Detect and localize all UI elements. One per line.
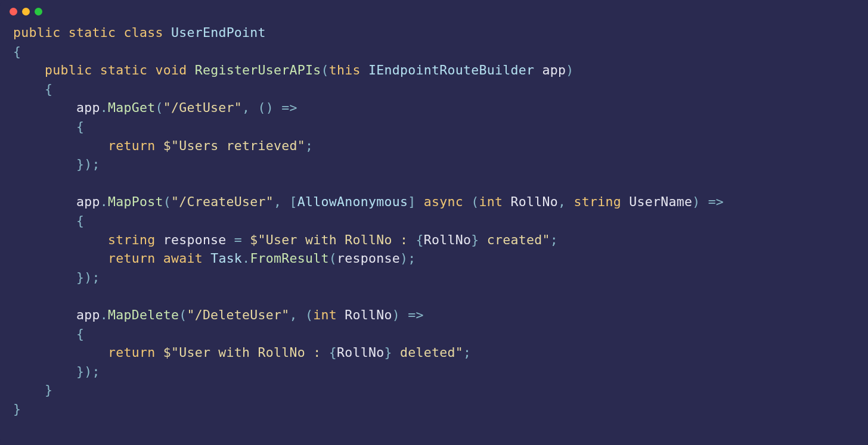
interp-brace: { <box>329 345 337 360</box>
semicolon: ; <box>305 138 313 153</box>
interp-brace: } <box>385 345 392 360</box>
param-name: app <box>542 63 566 77</box>
keyword-string: string <box>574 194 621 209</box>
string-literal: created" <box>479 232 550 247</box>
identifier: response <box>337 251 400 266</box>
keyword-string: string <box>108 232 155 247</box>
paren: ( <box>155 100 163 115</box>
paren: ( <box>305 307 313 322</box>
identifier: app <box>76 307 100 322</box>
method-name: MapDelete <box>108 307 179 322</box>
comma: , <box>558 194 566 209</box>
brace: }); <box>76 270 100 285</box>
keyword-public: public <box>45 63 92 77</box>
keyword-return: return <box>108 345 155 360</box>
dollar-sign: $ <box>163 345 171 360</box>
close-icon[interactable] <box>10 8 17 15</box>
paren: ( <box>179 307 187 322</box>
paren: () <box>258 100 274 115</box>
string-literal: "/DeleteUser" <box>187 307 289 322</box>
bracket: ] <box>408 194 416 209</box>
window-titlebar <box>0 0 868 23</box>
method-name: MapPost <box>108 194 163 209</box>
method-name: RegisterUserAPIs <box>195 63 321 77</box>
minimize-icon[interactable] <box>22 8 30 15</box>
dollar-sign: $ <box>250 232 258 247</box>
dot: . <box>242 251 250 266</box>
comma: , <box>290 307 297 322</box>
dollar-sign: $ <box>163 138 171 153</box>
interp-brace: } <box>471 232 479 247</box>
keyword-void: void <box>155 63 187 77</box>
string-literal: "User with RollNo : <box>258 232 416 247</box>
dot: . <box>100 100 108 115</box>
keyword-class: class <box>123 25 163 40</box>
param-name: UserName <box>629 194 692 209</box>
brace: { <box>76 213 84 228</box>
type-name: Task <box>210 251 242 266</box>
keyword-await: await <box>163 251 203 266</box>
identifier: RollNo <box>424 232 471 247</box>
keyword-return: return <box>108 138 155 153</box>
keyword-static: static <box>100 63 147 77</box>
lambda-arrow: => <box>281 100 297 115</box>
brace: }); <box>76 157 100 172</box>
semicolon: ; <box>463 345 471 360</box>
comma: , <box>274 194 281 209</box>
brace: }); <box>76 364 100 379</box>
keyword-int: int <box>313 307 337 322</box>
comma: , <box>242 100 250 115</box>
fullscreen-icon[interactable] <box>35 8 42 15</box>
equals: = <box>234 232 242 247</box>
keyword-async: async <box>424 194 463 209</box>
method-name: MapGet <box>108 100 155 115</box>
interp-brace: { <box>416 232 424 247</box>
brace: } <box>13 402 21 416</box>
identifier: response <box>163 232 227 247</box>
paren: ( <box>321 63 329 77</box>
lambda-arrow: => <box>708 194 724 209</box>
method-name: FromResult <box>250 251 328 266</box>
lambda-arrow: => <box>408 307 424 322</box>
keyword-static: static <box>69 25 116 40</box>
dot: . <box>100 307 108 322</box>
param-name: RollNo <box>345 307 392 322</box>
identifier: app <box>76 194 100 209</box>
string-literal: deleted" <box>392 345 463 360</box>
code-window: public static class UserEndPoint { publi… <box>0 0 868 445</box>
paren: ) <box>392 307 400 322</box>
keyword-public: public <box>13 25 60 40</box>
keyword-int: int <box>479 194 503 209</box>
brace: { <box>76 326 84 341</box>
brace: } <box>45 382 52 397</box>
keyword-return: return <box>108 251 155 266</box>
string-literal: "/CreateUser" <box>171 194 274 209</box>
identifier: app <box>76 100 100 115</box>
paren: ) <box>692 194 700 209</box>
paren: ); <box>400 251 416 266</box>
semicolon: ; <box>550 232 558 247</box>
param-name: RollNo <box>510 194 557 209</box>
keyword-this: this <box>329 63 361 77</box>
type-name: IEndpointRouteBuilder <box>368 63 534 77</box>
paren: ( <box>163 194 171 209</box>
paren: ( <box>329 251 337 266</box>
brace: { <box>13 44 21 59</box>
string-literal: "User with RollNo : <box>171 345 329 360</box>
paren: ) <box>566 63 574 77</box>
dot: . <box>100 194 108 209</box>
identifier: RollNo <box>337 345 384 360</box>
string-literal: "/GetUser" <box>163 100 242 115</box>
bracket: [ <box>290 194 297 209</box>
paren: ( <box>471 194 479 209</box>
brace: { <box>45 82 52 97</box>
brace: { <box>76 119 84 134</box>
type-name: UserEndPoint <box>171 25 266 40</box>
code-editor[interactable]: public static class UserEndPoint { publi… <box>0 23 868 431</box>
string-literal: "Users retrieved" <box>171 138 305 153</box>
attribute-name: AllowAnonymous <box>297 194 408 209</box>
